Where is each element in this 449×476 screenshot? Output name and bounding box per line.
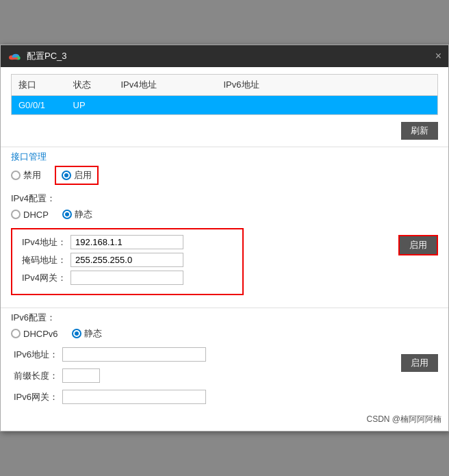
cell-status: UP: [66, 96, 114, 115]
ipv4-fields-wrapper: IPv4地址： 掩码地址： IPv4网关： 启用: [1, 228, 448, 304]
ipv6-config-section: IPv6配置： DHCPv6 静态: [1, 312, 448, 347]
interface-mgmt-section: 接口管理 禁用 启用: [1, 151, 448, 192]
cell-interface: G0/0/1: [12, 96, 66, 115]
ipv6-address-input[interactable]: [62, 347, 206, 362]
title-bar-left: 配置PC_3: [8, 50, 67, 62]
app-icon: [8, 51, 21, 61]
window-title: 配置PC_3: [27, 50, 67, 62]
radio-ipv6-static-label: 静态: [84, 327, 102, 340]
ipv6-gateway-row: IPv6网关：: [11, 390, 206, 404]
ipv6-apply-button[interactable]: 启用: [401, 354, 438, 372]
radio-dhcpv6-circle: [11, 329, 21, 338]
ipv6-address-row: IPv6地址：: [11, 347, 206, 362]
interface-mgmt-radio-group: 禁用 启用: [11, 166, 438, 185]
col-header-interface: 接口: [12, 75, 66, 96]
ipv4-address-input[interactable]: [70, 235, 183, 249]
ipv4-gateway-row: IPv4网关：: [19, 271, 235, 285]
cell-ipv4: [114, 96, 217, 115]
cell-ipv6: [217, 96, 438, 115]
ipv6-config-title: IPv6配置：: [11, 312, 438, 324]
radio-enable-circle: [62, 171, 71, 180]
ipv6-gateway-input[interactable]: [62, 390, 206, 404]
ipv6-apply-wrapper: 启用: [401, 347, 438, 372]
radio-disable[interactable]: 禁用: [11, 169, 41, 181]
ipv4-address-label: IPv4地址：: [19, 236, 70, 249]
watermark: CSDN @楠阿阿阿楠: [1, 411, 448, 431]
ipv4-apply-wrapper: 启用: [398, 228, 438, 255]
ipv4-gateway-input[interactable]: [70, 271, 183, 285]
radio-ipv6-static-dot: [75, 331, 79, 336]
close-button[interactable]: ×: [435, 51, 441, 62]
ipv6-prefix-input[interactable]: [62, 368, 100, 383]
main-window: 配置PC_3 × 接口 状态 IPv4地址 IPv6地址: [0, 45, 449, 431]
radio-disable-circle: [11, 171, 21, 180]
radio-dhcpv6-label: DHCPv6: [23, 329, 58, 339]
radio-dhcp[interactable]: DHCP: [11, 210, 49, 220]
radio-static-dot: [65, 212, 69, 216]
ipv4-address-row: IPv4地址：: [19, 235, 235, 249]
radio-disable-label: 禁用: [23, 169, 41, 181]
interface-table: 接口 状态 IPv4地址 IPv6地址 G0/0/1 UP: [11, 74, 438, 115]
divider-2: [1, 308, 448, 308]
interface-table-wrapper: 接口 状态 IPv4地址 IPv6地址 G0/0/1 UP: [11, 74, 438, 115]
ipv6-prefix-label: 前缀长度：: [11, 370, 62, 382]
ipv6-address-label: IPv6地址：: [11, 349, 62, 361]
title-bar: 配置PC_3 ×: [1, 45, 448, 67]
radio-enable-label: 启用: [74, 169, 92, 181]
radio-ipv6-static[interactable]: 静态: [72, 327, 102, 340]
ipv4-gateway-label: IPv4网关：: [19, 272, 70, 284]
radio-enable[interactable]: 启用: [55, 166, 99, 185]
radio-dhcpv6[interactable]: DHCPv6: [11, 329, 58, 339]
table-header-row: 接口 状态 IPv4地址 IPv6地址: [12, 75, 438, 96]
radio-dhcp-label: DHCP: [23, 210, 49, 220]
divider-1: [1, 147, 448, 147]
radio-ipv6-static-circle: [72, 329, 81, 338]
refresh-button[interactable]: 刷新: [401, 122, 438, 140]
col-header-ipv6: IPv6地址: [217, 75, 438, 96]
ipv6-prefix-row: 前缀长度：: [11, 368, 206, 383]
col-header-status: 状态: [66, 75, 114, 96]
interface-mgmt-label: 接口管理: [11, 151, 438, 163]
table-row[interactable]: G0/0/1 UP: [12, 96, 438, 115]
interface-table-section: 接口 状态 IPv4地址 IPv6地址 G0/0/1 UP: [1, 67, 448, 118]
ipv6-gateway-label: IPv6网关：: [11, 391, 62, 403]
ipv4-mask-label: 掩码地址：: [19, 254, 70, 266]
ipv4-apply-button[interactable]: 启用: [398, 235, 438, 255]
col-header-ipv4: IPv4地址: [114, 75, 217, 96]
ipv4-fields-box: IPv4地址： 掩码地址： IPv4网关：: [11, 228, 244, 295]
radio-dhcp-circle: [11, 210, 21, 219]
radio-static-label: 静态: [75, 208, 92, 221]
ipv4-mask-input[interactable]: [70, 253, 183, 267]
svg-rect-3: [10, 58, 18, 60]
ipv4-mode-radio-group: DHCP 静态: [11, 208, 438, 221]
ipv4-config-title: IPv4配置：: [11, 192, 438, 205]
ipv6-fields-wrapper: IPv6地址： 前缀长度： IPv6网关： 启用: [1, 347, 448, 411]
radio-static[interactable]: 静态: [62, 208, 92, 221]
ipv6-fields-box: IPv6地址： 前缀长度： IPv6网关：: [11, 347, 206, 408]
ipv4-mask-row: 掩码地址：: [19, 253, 235, 267]
refresh-row: 刷新: [1, 118, 448, 143]
ipv6-mode-radio-group: DHCPv6 静态: [11, 327, 438, 340]
radio-enable-dot: [64, 173, 68, 177]
window-content: 接口 状态 IPv4地址 IPv6地址 G0/0/1 UP: [1, 67, 448, 431]
radio-static-circle: [62, 210, 72, 219]
ipv4-config-section: IPv4配置： DHCP 静态: [1, 192, 448, 228]
